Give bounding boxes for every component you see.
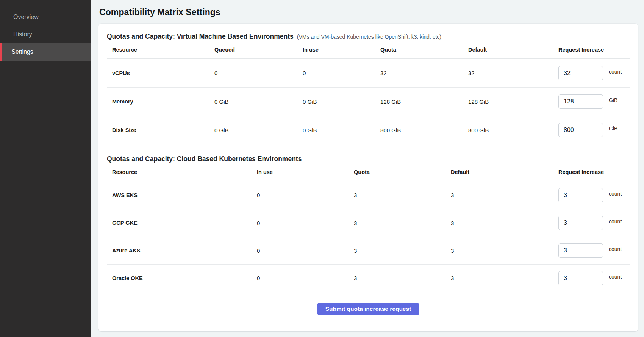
- cloud-section-header: Quotas and Capacity: Cloud Based Kuberne…: [107, 155, 630, 163]
- column-header-default: Default: [445, 169, 553, 175]
- vm-section-title: Quotas and Capacity: Virtual Machine Bas…: [107, 33, 294, 41]
- column-header-resource: Resource: [107, 47, 209, 53]
- default-value: 3: [445, 220, 553, 226]
- cloud-table-header-row: Resource In use Quota Default Request In…: [107, 163, 630, 181]
- quota-value: 3: [349, 248, 445, 254]
- gcp-gke-request-input[interactable]: [558, 216, 603, 230]
- request-increase-cell: count: [553, 243, 630, 258]
- queued-value: 0: [209, 70, 297, 76]
- quota-value: 128 GiB: [375, 99, 463, 105]
- in-use-value: 0 GiB: [297, 127, 375, 133]
- request-increase-cell: GiB: [553, 123, 630, 137]
- unit-label: count: [609, 191, 622, 197]
- default-value: 3: [445, 275, 553, 281]
- vcpus-request-input[interactable]: [558, 66, 603, 80]
- quota-value: 3: [349, 275, 445, 281]
- in-use-value: 0: [252, 192, 349, 198]
- request-increase-cell: count: [553, 66, 630, 80]
- column-header-in-use: In use: [297, 47, 375, 53]
- resource-label: Memory: [107, 99, 209, 105]
- column-header-request-increase: Request Increase: [553, 47, 630, 53]
- sidebar-item-label: Overview: [13, 14, 39, 20]
- oracle-oke-request-input[interactable]: [558, 271, 603, 285]
- unit-label: GiB: [609, 97, 617, 103]
- memory-request-input[interactable]: [558, 94, 603, 109]
- quota-value: 3: [349, 192, 445, 198]
- unit-label: count: [609, 69, 622, 75]
- disk-size-request-input[interactable]: [558, 123, 603, 137]
- column-header-queued: Queued: [209, 47, 297, 53]
- sidebar-item-overview[interactable]: Overview: [0, 8, 91, 26]
- default-value: 3: [445, 248, 553, 254]
- main-content: Compatibility Matrix Settings Quotas and…: [91, 0, 644, 337]
- in-use-value: 0: [252, 275, 349, 281]
- column-header-request-increase: Request Increase: [553, 169, 630, 175]
- resource-label: Disk Size: [107, 127, 209, 133]
- table-row-gcp-gke: GCP GKE 0 3 3 count: [107, 209, 630, 237]
- in-use-value: 0: [252, 248, 349, 254]
- column-header-in-use: In use: [252, 169, 349, 175]
- default-value: 3: [445, 192, 553, 198]
- default-value: 800 GiB: [463, 127, 553, 133]
- in-use-value: 0: [297, 70, 375, 76]
- request-increase-cell: count: [553, 188, 630, 202]
- sidebar: Overview History Settings: [0, 0, 91, 337]
- in-use-value: 0: [252, 220, 349, 226]
- unit-label: count: [609, 274, 622, 280]
- column-header-quota: Quota: [349, 169, 445, 175]
- page-title: Compatibility Matrix Settings: [91, 0, 644, 24]
- request-increase-cell: count: [553, 216, 630, 230]
- request-increase-cell: count: [553, 271, 630, 285]
- table-row-disk-size: Disk Size 0 GiB 0 GiB 800 GiB 800 GiB Gi…: [107, 116, 630, 144]
- quota-value: 3: [349, 220, 445, 226]
- default-value: 128 GiB: [463, 99, 553, 105]
- vm-section-subtitle: (VMs and VM-based Kubernetes like OpenSh…: [297, 34, 441, 40]
- table-row-vcpus: vCPUs 0 0 32 32 count: [107, 59, 630, 87]
- sidebar-item-history[interactable]: History: [0, 26, 91, 43]
- resource-label: Oracle OKE: [107, 275, 252, 281]
- quota-value: 32: [375, 70, 463, 76]
- in-use-value: 0 GiB: [297, 99, 375, 105]
- unit-label: count: [609, 246, 622, 252]
- queued-value: 0 GiB: [209, 99, 297, 105]
- default-value: 32: [463, 70, 553, 76]
- vm-quota-table: Resource Queued In use Quota Default Req…: [107, 41, 630, 144]
- vm-table-header-row: Resource Queued In use Quota Default Req…: [107, 41, 630, 59]
- table-row-memory: Memory 0 GiB 0 GiB 128 GiB 128 GiB GiB: [107, 87, 630, 116]
- queued-value: 0 GiB: [209, 127, 297, 133]
- submit-quota-increase-button[interactable]: Submit quota increase request: [317, 303, 420, 315]
- resource-label: vCPUs: [107, 70, 209, 76]
- unit-label: count: [609, 218, 622, 224]
- unit-label: GiB: [609, 125, 617, 132]
- sidebar-item-label: History: [13, 31, 32, 38]
- request-increase-cell: GiB: [553, 94, 630, 109]
- settings-card: Quotas and Capacity: Virtual Machine Bas…: [98, 24, 638, 331]
- vm-section-header: Quotas and Capacity: Virtual Machine Bas…: [107, 33, 630, 41]
- azure-aks-request-input[interactable]: [558, 243, 603, 258]
- column-header-default: Default: [463, 47, 553, 53]
- aws-eks-request-input[interactable]: [558, 188, 603, 202]
- table-row-azure-aks: Azure AKS 0 3 3 count: [107, 237, 630, 264]
- resource-label: Azure AKS: [107, 248, 252, 254]
- column-header-resource: Resource: [107, 169, 252, 175]
- resource-label: GCP GKE: [107, 220, 252, 226]
- table-row-oracle-oke: Oracle OKE 0 3 3 count: [107, 264, 630, 292]
- sidebar-item-label: Settings: [11, 49, 33, 55]
- sidebar-item-settings[interactable]: Settings: [0, 43, 91, 61]
- table-row-aws-eks: AWS EKS 0 3 3 count: [107, 181, 630, 209]
- resource-label: AWS EKS: [107, 192, 252, 198]
- cloud-quota-table: Resource In use Quota Default Request In…: [107, 163, 630, 292]
- cloud-section-title: Quotas and Capacity: Cloud Based Kuberne…: [107, 155, 302, 163]
- quota-value: 800 GiB: [375, 127, 463, 133]
- column-header-quota: Quota: [375, 47, 463, 53]
